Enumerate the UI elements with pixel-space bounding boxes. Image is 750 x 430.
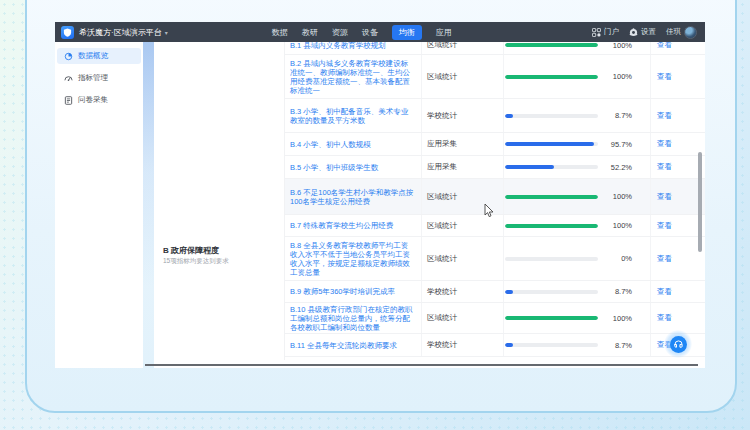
view-link[interactable]: 查看: [650, 254, 705, 264]
dashboard-icon: [64, 52, 73, 61]
sidebar-item-1[interactable]: 数据概览: [57, 48, 141, 64]
view-link[interactable]: 查看: [650, 162, 705, 172]
column-divider: [421, 42, 422, 54]
column-divider: [503, 215, 504, 236]
column-divider: [650, 133, 651, 155]
view-link[interactable]: 查看: [650, 42, 705, 50]
nav-menu-item-6[interactable]: 应用: [436, 27, 452, 38]
progress-fill: [505, 114, 513, 118]
view-link[interactable]: 查看: [650, 72, 705, 82]
gauge-icon: [64, 74, 73, 83]
table-row: B.2 县域内城乡义务教育学校建设标准统一、教师编制标准统一、生均公用经费基准定…: [285, 55, 705, 99]
progress-track: [505, 43, 598, 47]
progress-track: [505, 195, 598, 199]
indicator-link[interactable]: B.2 县域内城乡义务教育学校建设标准统一、教师编制标准统一、生均公用经费基准定…: [285, 56, 421, 98]
sidebar-item-2[interactable]: 指标管理: [57, 70, 141, 86]
progress-fill: [505, 142, 594, 146]
indicator-rows: B.1 县域内义务教育学校规划 区域统计 100% 查看 B.2 县域内城乡义务…: [285, 42, 705, 357]
vertical-scrollbar[interactable]: [698, 152, 702, 252]
chat-assistant-button[interactable]: [664, 330, 692, 358]
view-link[interactable]: 查看: [650, 221, 705, 231]
indicator-link[interactable]: B.7 特殊教育学校生均公用经费: [285, 218, 421, 233]
nav-menu-item-5[interactable]: 均衡: [392, 25, 422, 40]
progress-fill: [505, 316, 598, 320]
column-divider: [650, 99, 651, 132]
sidebar-item-3[interactable]: 问卷采集: [57, 92, 141, 108]
column-divider: [503, 179, 504, 214]
group-cell: B 政府保障程度 15项指标均要达到要求: [154, 42, 285, 360]
indicator-link[interactable]: B.4 小学、初中人数规模: [285, 137, 421, 152]
indicator-link[interactable]: B.1 县域内义务教育学校规划: [285, 42, 421, 53]
column-divider: [421, 55, 422, 98]
nav-menu-item-3[interactable]: 资源: [332, 27, 348, 38]
nav-menu-item-4[interactable]: 设备: [362, 27, 378, 38]
chat-icon: [670, 336, 687, 353]
stat-type: 学校统计: [421, 287, 503, 297]
indicator-link[interactable]: B.9 教师5年360学时培训完成率: [285, 284, 421, 299]
chevron-down-icon[interactable]: ▾: [165, 29, 168, 36]
progress-track: [505, 343, 598, 347]
mouse-cursor: [484, 204, 495, 218]
column-divider: [650, 215, 651, 236]
column-divider: [503, 237, 504, 280]
progress-track: [505, 316, 598, 320]
column-divider: [503, 55, 504, 98]
top-navbar: 希沃魔方·区域演示平台 ▾ 数据教研资源设备均衡应用 门户 设置 佳琪: [55, 22, 705, 42]
column-divider: [650, 303, 651, 333]
column-divider: [503, 99, 504, 132]
view-link[interactable]: 查看: [650, 139, 705, 149]
progress-track: [505, 114, 598, 118]
progress-fill: [505, 195, 598, 199]
view-link[interactable]: 查看: [650, 111, 705, 121]
indicator-link[interactable]: B.6 不足100名学生村小学和教学点按100名学生核定公用经费: [285, 185, 421, 209]
table-row: B.6 不足100名学生村小学和教学点按100名学生核定公用经费 区域统计 10…: [285, 179, 705, 215]
column-divider: [650, 237, 651, 280]
brand-logo-icon: [61, 26, 74, 39]
settings-button[interactable]: 设置: [629, 27, 656, 37]
table-row: B.8 全县义务教育学校教师平均工资收入水平不低于当地公务员平均工资收入水平，按…: [285, 237, 705, 281]
progress-percent: 8.7%: [592, 287, 632, 296]
page-background: { "navbar": { "brand": "希沃魔方·区域演示平台", "m…: [0, 0, 750, 430]
indicator-link[interactable]: B.8 全县义务教育学校教师平均工资收入水平不低于当地公务员平均工资收入水平，按…: [285, 238, 421, 280]
stat-type: 区域统计: [421, 221, 503, 231]
sidebar-item-label: 数据概览: [78, 51, 108, 61]
progress-track: [505, 224, 598, 228]
navbar-right: 门户 设置 佳琪: [592, 26, 697, 39]
progress-fill: [505, 224, 598, 228]
progress-percent: 100%: [592, 42, 632, 50]
nav-menu-item-1[interactable]: 数据: [272, 27, 288, 38]
progress-fill: [505, 75, 598, 79]
column-divider: [503, 156, 504, 178]
stat-type: 学校统计: [421, 111, 503, 121]
column-divider: [421, 237, 422, 280]
sidebar-item-label: 指标管理: [78, 73, 108, 83]
stat-type: 区域统计: [421, 42, 503, 50]
column-divider: [421, 303, 422, 333]
indicator-link[interactable]: B.5 小学、初中班级学生数: [285, 160, 421, 175]
progress-percent: 100%: [592, 72, 632, 81]
portal-button[interactable]: 门户: [592, 27, 619, 37]
view-link[interactable]: 查看: [650, 313, 705, 323]
table-row: B.10 县级教育行政部门在核定的教职工编制总额和岗位总量内，统筹分配各校教职工…: [285, 303, 705, 334]
column-divider: [421, 215, 422, 236]
survey-icon: [64, 96, 73, 105]
view-link[interactable]: 查看: [650, 287, 705, 297]
indicator-link[interactable]: B.10 县级教育行政部门在核定的教职工编制总额和岗位总量内，统筹分配各校教职工…: [285, 302, 421, 335]
user-menu[interactable]: 佳琪: [666, 26, 697, 39]
horizontal-scrollbar[interactable]: [145, 364, 698, 366]
column-divider: [421, 281, 422, 302]
table-row: B.9 教师5年360学时培训完成率 学校统计 8.7% 查看: [285, 281, 705, 303]
indicator-link[interactable]: B.3 小学、初中配备音乐、美术专业教室的数量及平方米数: [285, 104, 421, 128]
progress-fill: [505, 290, 513, 294]
progress-percent: 52.2%: [592, 163, 632, 172]
stat-type: 区域统计: [421, 192, 503, 202]
indicator-link[interactable]: B.11 全县每年交流轮岗教师要求: [285, 338, 421, 353]
column-divider: [650, 334, 651, 356]
column-divider: [503, 133, 504, 155]
column-divider: [503, 42, 504, 54]
nav-menu-item-2[interactable]: 教研: [302, 27, 318, 38]
view-link[interactable]: 查看: [650, 192, 705, 202]
portal-label: 门户: [604, 27, 619, 37]
column-divider: [503, 334, 504, 356]
column-divider: [650, 42, 651, 54]
